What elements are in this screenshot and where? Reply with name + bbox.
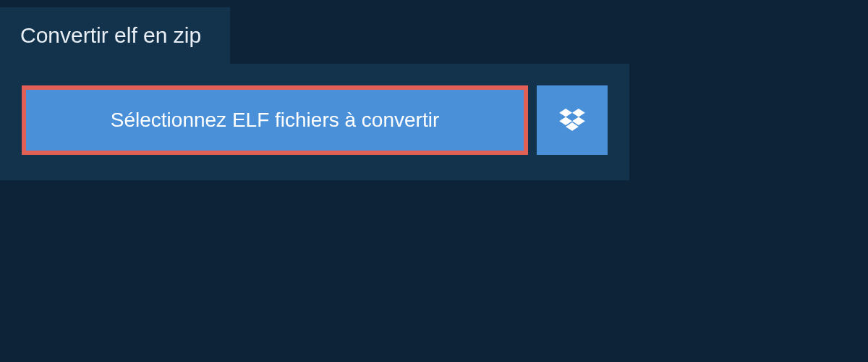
- button-row: Sélectionnez ELF fichiers à convertir: [22, 85, 608, 155]
- tab-header: Convertir elf en zip: [0, 7, 230, 64]
- content-panel: Sélectionnez ELF fichiers à convertir: [0, 64, 629, 180]
- select-files-button[interactable]: Sélectionnez ELF fichiers à convertir: [22, 85, 528, 155]
- page-title: Convertir elf en zip: [20, 23, 201, 48]
- dropbox-icon: [559, 109, 585, 132]
- dropbox-button[interactable]: [537, 85, 608, 155]
- select-files-label: Sélectionnez ELF fichiers à convertir: [111, 109, 439, 131]
